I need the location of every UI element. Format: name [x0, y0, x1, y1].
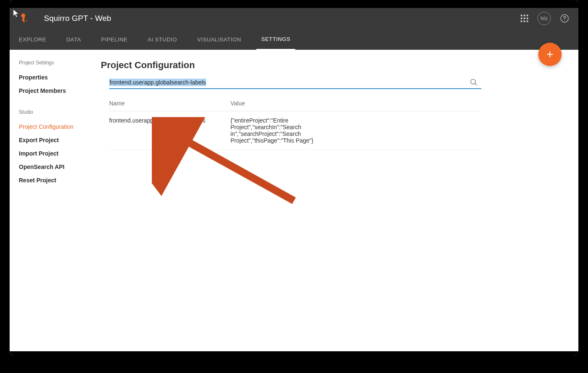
app-header: Squirro GPT - Web NG [10, 8, 578, 50]
sidebar-item-project-configuration[interactable]: Project Configuration [19, 120, 93, 133]
cursor-icon [13, 9, 20, 19]
app-title: Squirro GPT - Web [44, 14, 111, 23]
svg-point-1 [26, 20, 27, 21]
main-content: Project Configuration frontend.userapp.g… [97, 50, 578, 355]
svg-rect-9 [524, 20, 525, 22]
config-table: Name Value frontend.userapp.globalsearch… [109, 93, 481, 150]
nav-data[interactable]: DATA [61, 29, 86, 50]
svg-point-13 [471, 79, 476, 84]
main-nav: EXPLORE DATA PIPELINE AI STUDIO VISUALIS… [10, 29, 578, 50]
svg-rect-4 [527, 15, 528, 16]
search-icon[interactable] [470, 78, 478, 87]
sidebar-item-project-members[interactable]: Project Members [19, 84, 93, 97]
table-header-value: Value [230, 100, 481, 107]
add-button[interactable]: + [538, 43, 562, 66]
svg-rect-6 [524, 18, 525, 19]
apps-grid-icon[interactable] [521, 15, 528, 22]
svg-rect-3 [524, 15, 525, 16]
svg-rect-8 [521, 20, 522, 22]
nav-explore[interactable]: EXPLORE [19, 29, 51, 50]
nav-settings[interactable]: SETTINGS [256, 29, 296, 50]
nav-visualisation[interactable]: VISUALISATION [192, 29, 246, 50]
table-cell-value: {"entireProject":"Entire Project","searc… [230, 117, 356, 144]
sidebar-item-properties[interactable]: Properties [19, 71, 93, 84]
config-search-input[interactable]: frontend.userapp.globalsearch-labels [109, 79, 206, 86]
page-title: Project Configuration [101, 60, 570, 71]
nav-pipeline[interactable]: PIPELINE [96, 29, 133, 50]
plus-icon: + [547, 48, 553, 61]
help-icon[interactable] [560, 14, 569, 23]
svg-rect-2 [521, 15, 522, 16]
sidebar-item-import-project[interactable]: Import Project [19, 147, 93, 160]
nav-ai-studio[interactable]: AI STUDIO [143, 29, 182, 50]
table-row[interactable]: frontend.userapp.globalsearch-labels {"e… [109, 111, 481, 150]
svg-point-0 [21, 13, 26, 18]
svg-rect-10 [527, 20, 528, 22]
svg-rect-7 [527, 18, 528, 19]
svg-rect-5 [521, 18, 522, 19]
table-header-name: Name [109, 100, 230, 107]
table-cell-name: frontend.userapp.globalsearch-labels [109, 117, 230, 144]
svg-line-14 [475, 84, 477, 86]
sidebar: Project Settings Properties Project Memb… [10, 50, 97, 355]
sidebar-section-studio: Studio [19, 109, 93, 115]
sidebar-item-export-project[interactable]: Export Project [19, 133, 93, 147]
config-search-row: frontend.userapp.globalsearch-labels [109, 78, 481, 89]
sidebar-item-opensearch-api[interactable]: OpenSearch API [19, 160, 93, 174]
app-logo-icon [19, 12, 31, 25]
avatar[interactable]: NG [537, 12, 551, 25]
sidebar-item-reset-project[interactable]: Reset Project [19, 174, 93, 187]
svg-point-12 [564, 20, 565, 21]
sidebar-section-project-settings: Project Settings [19, 60, 93, 66]
